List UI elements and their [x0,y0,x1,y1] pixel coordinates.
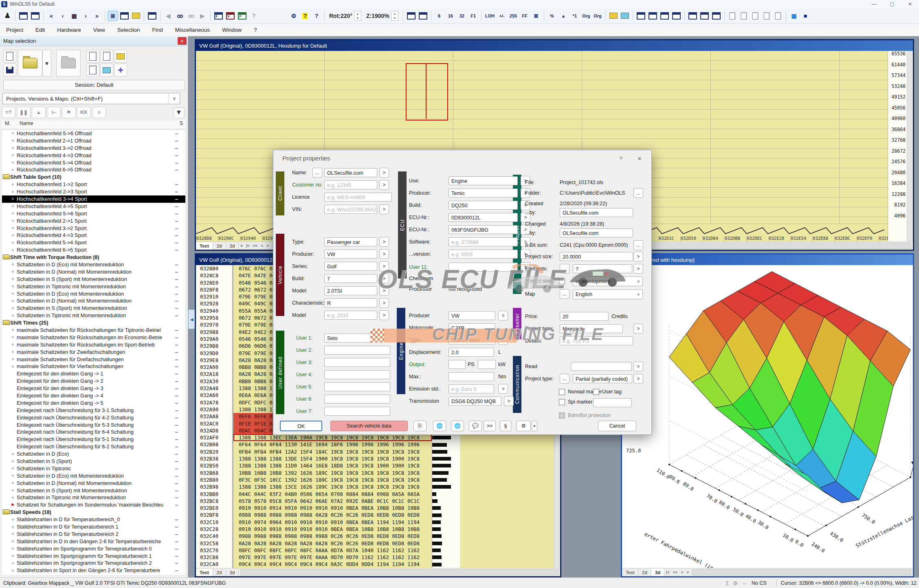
field-input-price[interactable]: 20 [560,312,609,321]
minimize-button[interactable]: — [865,0,883,8]
tree-map-row[interactable]: ✳Rückschaltkennfeld 3->2 Sport‒ [2,225,185,232]
expand-button-gtype[interactable]: > [498,335,508,345]
expand-button-emission[interactable]: > [498,384,508,394]
hex-row[interactable]: 032BB0044C 044C 03F2 04B0 0506 0654 0708… [196,491,554,498]
project-cassette-icon[interactable] [131,11,141,21]
tree-map-row[interactable]: ✳Rückschaltkennfeld 3->2 Offroad‒ [2,145,185,152]
tree-view-icon[interactable]: ≣ [108,11,118,21]
map-search-button[interactable] [114,50,127,63]
field-input-motorcode[interactable]: CJXB [449,323,495,332]
selection-all-icon[interactable] [418,11,429,21]
tree-map-row[interactable]: ✳Schaltzeiten in S (Sport) mit Momentenr… [2,276,185,283]
selection-rectangle[interactable] [406,63,448,121]
tree-map-row[interactable]: ✳Schaltzeiten in S (Sport) mit Momentenr… [2,305,185,312]
tab-2d[interactable]: 2d [638,569,651,576]
tree-map-row[interactable]: Einlegezeit nach Überschneidung für 6-4 … [2,429,185,436]
tree-map-row[interactable]: ✳maximale Schaltzeiten für Dreifachschal… [2,356,185,363]
menu-item[interactable]: Selection [111,27,146,33]
hex-row[interactable]: 032C280910 0910 0910 0910 0910 0910 0BEA… [196,526,554,533]
tree-map-row[interactable]: ✳Schaltzeiten in S (Sport) mit Momentenr… [2,487,185,494]
grid-blue-icon[interactable]: ▦ [789,11,799,21]
bitwidth-32-icon[interactable]: 32 [457,11,467,21]
hex-row[interactable]: 032BC80578 0578 05C8 05FA 0642 06AE 07A2… [196,498,554,505]
tree-map-row[interactable]: Einlegezeit nach Überschneidung für 6-2 … [2,443,185,450]
expand-button-projsize[interactable]: > [633,252,643,261]
hex-row[interactable]: 032B981388 1388 1388 13CE 1626 189C 19C8… [196,483,554,490]
io-icon[interactable] [739,11,749,21]
hexdump-window-title[interactable]: VW Golf (Original), 0D9300012L, Hexdump … [196,40,913,51]
tree-map-row[interactable]: ✳Hochschaltkennfeld 1->2 Sport‒ [2,181,185,188]
checkbox-noread[interactable] [559,389,565,395]
horizontal-scrollbar[interactable] [240,569,558,575]
more-button-name[interactable]: ... [312,168,322,178]
hex-row[interactable]: 032C580A28 0A28 0A28 0A28 0A28 0A28 0C26… [196,540,554,547]
add-doc-button[interactable] [86,50,99,63]
search-vehicle-button[interactable]: Search vehicle data [330,421,408,431]
tree-map-row[interactable]: ✳Rückschaltkennfeld 4->3 Offroad‒ [2,152,185,159]
hex-row[interactable]: 032B080F64 0F64 0F64 1130 141E 1694 18F6… [196,441,554,448]
tree-map-row[interactable]: ✳Hochschaltkennfeld 3->4 Sport‒ [2,195,185,203]
dialog-help-icon[interactable]: ? [615,154,627,163]
tree-map-row[interactable]: Einlegezeit für den direkten Gang -> 2‒ [2,377,185,385]
filter-button[interactable]: ▲ [32,107,46,118]
expand-button-name[interactable]: > [379,168,389,178]
hex-row[interactable]: 032C100910 0974 0964 0910 0910 0910 0910… [196,519,554,526]
hex-row[interactable]: 032C7008FC 08FC 08FC 08FC 08FC 0AAA 0D7A… [196,547,554,554]
field-input-vseries[interactable]: Golf [324,262,377,271]
field-input-gproducer[interactable]: VW [449,311,495,320]
io-icon[interactable] [761,11,772,21]
gear-doc-button[interactable]: ⚙ [516,421,531,431]
expand-button-rptype[interactable]: > [633,324,643,333]
tree-map-row[interactable]: ✳Stalldrehzahlen in D für Temperaturbere… [2,523,185,531]
tab-3d[interactable]: 3d [226,569,239,576]
compare-windows-icon[interactable] [30,11,41,21]
hex-row[interactable]: 032B381388 1388 1388 13DE 15F4 1900 19C8… [196,455,554,462]
tree-map-row[interactable]: ✳Schaltzeiten in Tiptronic mit Momentenr… [2,283,185,290]
hex-row[interactable]: 032AF01388 1388 13EC 13EA 190A 19C8 19C8… [196,434,554,441]
surface-plot[interactable]: 110.099.689.070.060.050.040.030.010.00.0… [622,265,913,568]
filter-button[interactable]: ❚❚ [17,107,31,118]
field-input-displacement[interactable]: 2.0 [449,348,494,357]
tree-map-row[interactable]: ✳Rückschaltkennfeld 4->3 Sport‒ [2,232,185,239]
next-map-icon[interactable]: › [80,11,91,21]
field-input-vmodel2[interactable]: e.g. 2010 [324,311,377,320]
window-layout-icon[interactable] [687,11,698,21]
menu-item[interactable]: Window [216,27,248,33]
open-project-button[interactable] [18,50,42,77]
display-mode-icon[interactable]: FF [519,11,530,21]
last-map-icon[interactable]: » [92,11,102,21]
window-arrange-icon[interactable] [671,11,682,21]
menu-item[interactable]: Hardware [51,27,87,33]
tree-map-row[interactable]: ✳Stalldrehzahlen in D in den Gängen 2-6 … [2,538,185,545]
nav-fastback-icon[interactable]: << [251,244,259,248]
tree-map-row[interactable]: ✳Hochschaltkennfeld 5->6 Offroad‒ [2,130,185,137]
hex-row[interactable]: 032B200FB4 0FB4 0FB4 12A2 15F4 184C 19C8… [196,448,554,455]
field-input-output-kw[interactable] [478,360,496,369]
expand-button-vin[interactable]: > [379,204,389,214]
window-arrange-icon[interactable] [647,11,658,21]
legal-button[interactable]: § [500,421,511,431]
tree-map-row[interactable]: ✳Stalldrehzahlen in D für Temperaturbere… [2,531,185,538]
menu-item[interactable]: View [87,27,111,33]
tree-map-row[interactable]: ✳Stalldrehzahlen im Sportprogramm für Te… [2,545,185,553]
selection-icon[interactable] [406,11,417,21]
bitwidth-16-icon[interactable]: 16 [445,11,456,21]
nav-fastback-icon[interactable]: << [671,570,679,575]
map-cyan-icon[interactable] [620,11,630,21]
more-button-bitsum[interactable]: ... [633,240,643,250]
what-is-icon[interactable]: ? [311,11,322,21]
announce-icon[interactable]: ♟ [2,11,13,21]
io-icon[interactable] [727,11,738,21]
map-3d-title[interactable]: [Synchronized with hexdump] [622,255,913,265]
scope-combobox[interactable]: Projects, Versions & Maps: (Ctrl+Shift+F… [2,93,180,104]
checkbox-spi[interactable] [559,399,565,405]
props-icon[interactable]: ≡ [239,244,244,248]
tree-map-row[interactable]: ✳Rückschaltkennfeld 5->4 Offroad‒ [2,159,185,167]
filter-button[interactable]: KK [77,107,91,118]
tree-map-row[interactable]: ✳Schaltzeiten in D (Normal) mit Momenten… [2,297,185,305]
expand-button-vtype[interactable]: > [379,237,389,247]
maximize-button[interactable]: ▢ [883,0,901,8]
window-arrange-icon[interactable] [659,11,670,21]
tab-2d[interactable]: 2d [213,242,226,250]
field-input-user5[interactable] [324,382,390,391]
